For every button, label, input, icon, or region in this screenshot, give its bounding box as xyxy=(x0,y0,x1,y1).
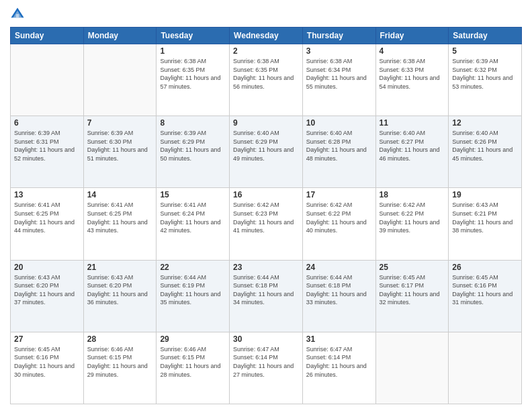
day-number: 1 xyxy=(160,46,226,56)
table-row: 26Sunrise: 6:45 AM Sunset: 6:16 PM Dayli… xyxy=(449,260,522,332)
table-row: 3Sunrise: 6:38 AM Sunset: 6:34 PM Daylig… xyxy=(302,44,375,116)
day-number: 23 xyxy=(233,263,299,272)
day-number: 21 xyxy=(87,263,153,272)
day-number: 28 xyxy=(87,334,153,344)
day-number: 2 xyxy=(233,46,299,56)
header xyxy=(10,7,522,21)
table-row: 6Sunrise: 6:39 AM Sunset: 6:31 PM Daylig… xyxy=(11,116,84,188)
day-info: Sunrise: 6:42 AM Sunset: 6:22 PM Dayligh… xyxy=(306,201,372,234)
day-number: 12 xyxy=(452,118,518,128)
day-info: Sunrise: 6:41 AM Sunset: 6:25 PM Dayligh… xyxy=(14,201,80,234)
day-info: Sunrise: 6:43 AM Sunset: 6:20 PM Dayligh… xyxy=(14,273,80,307)
calendar-week-row: 13Sunrise: 6:41 AM Sunset: 6:25 PM Dayli… xyxy=(11,188,522,260)
table-row: 1Sunrise: 6:38 AM Sunset: 6:35 PM Daylig… xyxy=(157,44,230,116)
day-number: 14 xyxy=(87,190,153,199)
table-row: 11Sunrise: 6:40 AM Sunset: 6:27 PM Dayli… xyxy=(375,116,449,188)
day-info: Sunrise: 6:38 AM Sunset: 6:35 PM Dayligh… xyxy=(233,57,299,91)
day-info: Sunrise: 6:45 AM Sunset: 6:16 PM Dayligh… xyxy=(452,273,518,307)
day-number: 22 xyxy=(160,263,226,272)
calendar-table: Sunday Monday Tuesday Wednesday Thursday… xyxy=(10,27,522,404)
day-info: Sunrise: 6:41 AM Sunset: 6:25 PM Dayligh… xyxy=(87,201,153,234)
col-tuesday: Tuesday xyxy=(157,28,230,44)
day-number: 27 xyxy=(14,334,80,344)
day-info: Sunrise: 6:47 AM Sunset: 6:14 PM Dayligh… xyxy=(306,345,372,379)
table-row: 31Sunrise: 6:47 AM Sunset: 6:14 PM Dayli… xyxy=(302,332,375,404)
day-info: Sunrise: 6:38 AM Sunset: 6:35 PM Dayligh… xyxy=(160,57,226,91)
table-row: 27Sunrise: 6:45 AM Sunset: 6:16 PM Dayli… xyxy=(11,332,84,404)
day-info: Sunrise: 6:39 AM Sunset: 6:30 PM Dayligh… xyxy=(87,129,153,163)
day-info: Sunrise: 6:46 AM Sunset: 6:15 PM Dayligh… xyxy=(160,345,226,379)
day-info: Sunrise: 6:43 AM Sunset: 6:20 PM Dayligh… xyxy=(87,273,153,307)
day-info: Sunrise: 6:40 AM Sunset: 6:26 PM Dayligh… xyxy=(452,129,518,163)
table-row: 5Sunrise: 6:39 AM Sunset: 6:32 PM Daylig… xyxy=(449,44,522,116)
day-number: 4 xyxy=(380,46,445,56)
table-row: 7Sunrise: 6:39 AM Sunset: 6:30 PM Daylig… xyxy=(83,116,157,188)
day-number: 7 xyxy=(87,118,153,128)
day-info: Sunrise: 6:43 AM Sunset: 6:21 PM Dayligh… xyxy=(452,201,518,234)
table-row xyxy=(449,332,522,404)
day-info: Sunrise: 6:45 AM Sunset: 6:16 PM Dayligh… xyxy=(14,345,80,379)
calendar-week-row: 20Sunrise: 6:43 AM Sunset: 6:20 PM Dayli… xyxy=(11,260,522,332)
calendar-header-row: Sunday Monday Tuesday Wednesday Thursday… xyxy=(11,28,522,44)
day-info: Sunrise: 6:40 AM Sunset: 6:27 PM Dayligh… xyxy=(380,129,445,163)
table-row xyxy=(83,44,157,116)
table-row: 19Sunrise: 6:43 AM Sunset: 6:21 PM Dayli… xyxy=(449,188,522,260)
logo xyxy=(10,7,28,21)
day-info: Sunrise: 6:38 AM Sunset: 6:34 PM Dayligh… xyxy=(306,57,372,91)
col-wednesday: Wednesday xyxy=(230,28,303,44)
table-row: 10Sunrise: 6:40 AM Sunset: 6:28 PM Dayli… xyxy=(302,116,375,188)
table-row: 29Sunrise: 6:46 AM Sunset: 6:15 PM Dayli… xyxy=(157,332,230,404)
day-info: Sunrise: 6:46 AM Sunset: 6:15 PM Dayligh… xyxy=(87,345,153,379)
col-monday: Monday xyxy=(83,28,157,44)
table-row: 30Sunrise: 6:47 AM Sunset: 6:14 PM Dayli… xyxy=(230,332,303,404)
day-number: 29 xyxy=(160,334,226,344)
table-row xyxy=(375,332,449,404)
day-number: 25 xyxy=(380,263,445,272)
page: Sunday Monday Tuesday Wednesday Thursday… xyxy=(0,0,532,411)
table-row xyxy=(11,44,84,116)
col-sunday: Sunday xyxy=(11,28,84,44)
col-saturday: Saturday xyxy=(449,28,522,44)
table-row: 25Sunrise: 6:45 AM Sunset: 6:17 PM Dayli… xyxy=(375,260,449,332)
logo-icon xyxy=(10,7,25,21)
col-friday: Friday xyxy=(375,28,449,44)
calendar-week-row: 27Sunrise: 6:45 AM Sunset: 6:16 PM Dayli… xyxy=(11,332,522,404)
table-row: 22Sunrise: 6:44 AM Sunset: 6:19 PM Dayli… xyxy=(157,260,230,332)
day-number: 11 xyxy=(380,118,445,128)
day-number: 3 xyxy=(306,46,372,56)
day-number: 31 xyxy=(306,334,372,344)
table-row: 13Sunrise: 6:41 AM Sunset: 6:25 PM Dayli… xyxy=(11,188,84,260)
table-row: 16Sunrise: 6:42 AM Sunset: 6:23 PM Dayli… xyxy=(230,188,303,260)
day-info: Sunrise: 6:44 AM Sunset: 6:18 PM Dayligh… xyxy=(233,273,299,307)
day-info: Sunrise: 6:40 AM Sunset: 6:28 PM Dayligh… xyxy=(306,129,372,163)
day-number: 30 xyxy=(233,334,299,344)
day-number: 8 xyxy=(160,118,226,128)
table-row: 20Sunrise: 6:43 AM Sunset: 6:20 PM Dayli… xyxy=(11,260,84,332)
table-row: 18Sunrise: 6:42 AM Sunset: 6:22 PM Dayli… xyxy=(375,188,449,260)
day-number: 24 xyxy=(306,263,372,272)
day-number: 5 xyxy=(452,46,518,56)
day-number: 13 xyxy=(14,190,80,199)
day-number: 9 xyxy=(233,118,299,128)
table-row: 12Sunrise: 6:40 AM Sunset: 6:26 PM Dayli… xyxy=(449,116,522,188)
day-info: Sunrise: 6:41 AM Sunset: 6:24 PM Dayligh… xyxy=(160,201,226,234)
day-info: Sunrise: 6:47 AM Sunset: 6:14 PM Dayligh… xyxy=(233,345,299,379)
day-number: 26 xyxy=(452,263,518,272)
day-info: Sunrise: 6:45 AM Sunset: 6:17 PM Dayligh… xyxy=(380,273,445,307)
table-row: 23Sunrise: 6:44 AM Sunset: 6:18 PM Dayli… xyxy=(230,260,303,332)
table-row: 4Sunrise: 6:38 AM Sunset: 6:33 PM Daylig… xyxy=(375,44,449,116)
day-info: Sunrise: 6:44 AM Sunset: 6:19 PM Dayligh… xyxy=(160,273,226,307)
svg-rect-2 xyxy=(16,14,19,17)
table-row: 24Sunrise: 6:44 AM Sunset: 6:18 PM Dayli… xyxy=(302,260,375,332)
calendar-week-row: 1Sunrise: 6:38 AM Sunset: 6:35 PM Daylig… xyxy=(11,44,522,116)
day-number: 10 xyxy=(306,118,372,128)
table-row: 15Sunrise: 6:41 AM Sunset: 6:24 PM Dayli… xyxy=(157,188,230,260)
table-row: 2Sunrise: 6:38 AM Sunset: 6:35 PM Daylig… xyxy=(230,44,303,116)
table-row: 17Sunrise: 6:42 AM Sunset: 6:22 PM Dayli… xyxy=(302,188,375,260)
day-info: Sunrise: 6:39 AM Sunset: 6:31 PM Dayligh… xyxy=(14,129,80,163)
day-info: Sunrise: 6:44 AM Sunset: 6:18 PM Dayligh… xyxy=(306,273,372,307)
day-info: Sunrise: 6:42 AM Sunset: 6:22 PM Dayligh… xyxy=(380,201,445,234)
day-number: 20 xyxy=(14,263,80,272)
day-number: 17 xyxy=(306,190,372,199)
day-number: 18 xyxy=(380,190,445,199)
